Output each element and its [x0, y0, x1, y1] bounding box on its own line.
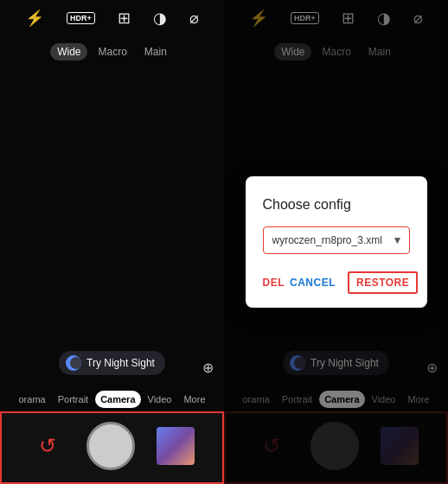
rotate-icon-left: ↺: [39, 434, 56, 458]
flash-off-icon[interactable]: ⚡: [25, 9, 44, 28]
image-settings-icon[interactable]: ⊞: [118, 9, 131, 28]
moon-icon-left: [66, 355, 81, 371]
lens-wide[interactable]: Wide: [50, 43, 87, 60]
no-camera-icon[interactable]: ⌀: [189, 9, 199, 28]
night-sight-label-left: Try Night Sight: [86, 357, 155, 369]
tab-panorama-left[interactable]: orama: [13, 391, 50, 408]
modal-actions: DEL CANCEL RESTORE: [263, 271, 410, 294]
right-panel: ⚡ HDR+ ⊞ ◑ ⌀ Wide Macro Main Try Night S…: [224, 0, 448, 484]
top-bar-left: ⚡ HDR+ ⊞ ◑ ⌀: [0, 0, 224, 36]
hdr-icon[interactable]: HDR+: [67, 12, 95, 25]
tab-portrait-left[interactable]: Portrait: [53, 391, 93, 408]
mode-tabs-left: orama Portrait Camera Video More: [0, 387, 224, 411]
night-sight-button-left[interactable]: Try Night Sight: [59, 351, 165, 375]
search-icon-left[interactable]: ⊕: [202, 360, 214, 376]
lens-main[interactable]: Main: [138, 43, 174, 60]
gallery-thumbnail-left[interactable]: [157, 427, 195, 465]
lens-bar-left: Wide Macro Main: [0, 43, 224, 60]
tab-more-left[interactable]: More: [178, 391, 210, 408]
bottom-section-left: Try Night Sight ⊕ orama Portrait Camera …: [0, 351, 224, 484]
rotate-camera-button-left[interactable]: ↺: [30, 429, 65, 463]
restore-button[interactable]: RESTORE: [348, 271, 418, 294]
del-button[interactable]: DEL: [263, 273, 285, 292]
modal-right-buttons: CANCEL RESTORE: [285, 271, 418, 294]
timer-icon[interactable]: ◑: [153, 9, 167, 28]
tab-camera-left[interactable]: Camera: [95, 391, 140, 408]
config-select[interactable]: wyroczen_rn8pro_3.xml default.xml: [263, 226, 410, 254]
choose-config-modal: Choose config wyroczen_rn8pro_3.xml defa…: [246, 176, 427, 308]
tab-video-left[interactable]: Video: [143, 391, 177, 408]
camera-controls-left: ↺: [0, 411, 224, 484]
modal-title: Choose config: [263, 197, 410, 213]
left-panel: ⚡ HDR+ ⊞ ◑ ⌀ Wide Macro Main Try Night S…: [0, 0, 224, 484]
cancel-button[interactable]: CANCEL: [285, 273, 341, 292]
modal-overlay: Choose config wyroczen_rn8pro_3.xml defa…: [224, 0, 448, 484]
shutter-button-left[interactable]: [86, 422, 135, 470]
night-sight-row-left: Try Night Sight ⊕: [0, 351, 224, 384]
lens-macro[interactable]: Macro: [91, 43, 133, 60]
modal-select-wrapper: wyroczen_rn8pro_3.xml default.xml ▼: [263, 226, 410, 254]
